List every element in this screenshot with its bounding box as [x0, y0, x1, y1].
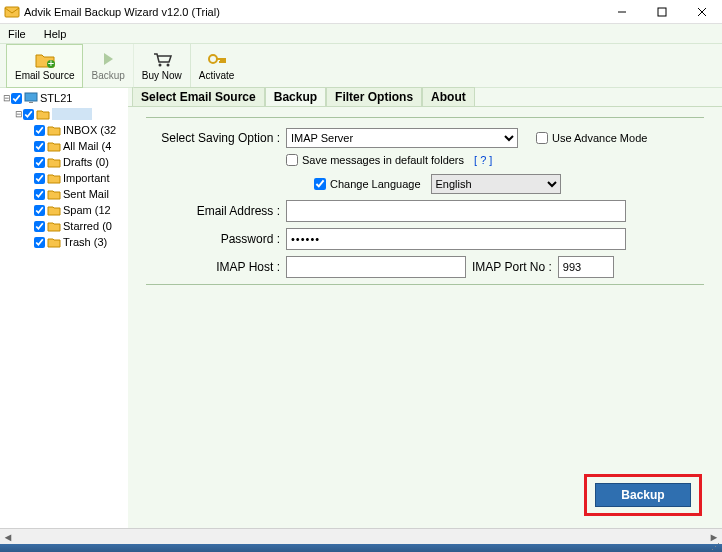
tree-folder-label: Spam (12 [63, 204, 111, 216]
tree-folder-label: Drafts (0) [63, 156, 109, 168]
svg-point-8 [158, 64, 161, 67]
toolbar-buy-now[interactable]: Buy Now [134, 44, 191, 88]
tab-select-source[interactable]: Select Email Source [132, 87, 265, 106]
folder-icon [47, 236, 61, 248]
cart-icon [151, 50, 173, 70]
tab-filter[interactable]: Filter Options [326, 87, 422, 106]
menu-help[interactable]: Help [44, 28, 67, 40]
svg-marker-7 [104, 53, 113, 65]
toolbar: + Email Source Backup Buy Now Activate [0, 44, 722, 88]
tree-root-label: STL21 [40, 92, 72, 104]
svg-point-10 [209, 55, 217, 63]
advance-mode-check[interactable]: Use Advance Mode [536, 132, 647, 144]
collapse-icon[interactable]: ⊟ [14, 110, 23, 119]
titlebar: Advik Email Backup Wizard v12.0 (Trial) [0, 0, 722, 24]
save-default-check[interactable]: Save messages in default folders [286, 154, 464, 166]
menu-file[interactable]: File [8, 28, 26, 40]
folder-icon [47, 140, 61, 152]
horizontal-scrollbar[interactable]: ◄ ► [0, 528, 722, 544]
backup-form: Select Saving Option : IMAP Server Use A… [128, 107, 722, 528]
tree-root[interactable]: ⊟ STL21 [2, 90, 128, 106]
email-input[interactable] [286, 200, 626, 222]
folder-icon [36, 108, 50, 120]
tree-folder-check[interactable] [34, 173, 45, 184]
menubar: File Help [0, 24, 722, 44]
toolbar-email-source-label: Email Source [15, 70, 74, 81]
backup-button[interactable]: Backup [595, 483, 691, 507]
toolbar-backup-label: Backup [91, 70, 124, 81]
tree-folder-label: Starred (0 [63, 220, 112, 232]
resize-grip[interactable]: ⋰ [711, 542, 720, 552]
tree-folder[interactable]: All Mail (4 [2, 138, 128, 154]
svg-point-9 [166, 64, 169, 67]
imap-port-label: IMAP Port No : [466, 260, 558, 274]
tree-folder-check[interactable] [34, 125, 45, 136]
main-panel: Select Email Source Backup Filter Option… [128, 88, 722, 528]
toolbar-email-source[interactable]: + Email Source [6, 44, 83, 88]
saving-option-label: Select Saving Option : [146, 131, 286, 145]
maximize-button[interactable] [642, 0, 682, 24]
folder-icon [47, 156, 61, 168]
backup-highlight: Backup [584, 474, 702, 516]
minimize-button[interactable] [602, 0, 642, 24]
imap-port-input[interactable] [558, 256, 614, 278]
saving-option-select[interactable]: IMAP Server [286, 128, 518, 148]
toolbar-backup[interactable]: Backup [83, 44, 133, 88]
tree-folder[interactable]: Drafts (0) [2, 154, 128, 170]
tree-folder-label: Sent Mail [63, 188, 109, 200]
tree-folder-check[interactable] [34, 237, 45, 248]
app-icon [4, 4, 20, 20]
scroll-right-icon[interactable]: ► [706, 531, 722, 543]
tree-folder-check[interactable] [34, 189, 45, 200]
key-icon [206, 50, 228, 70]
tree-account-check[interactable] [23, 109, 34, 120]
folder-tree[interactable]: ⊟ STL21 ⊟ INBOX (32All Mail (4Drafts (0)… [0, 88, 128, 528]
language-select[interactable]: English [431, 174, 561, 194]
help-link[interactable]: [ ? ] [474, 154, 492, 166]
tree-folder[interactable]: Important [2, 170, 128, 186]
svg-rect-2 [658, 8, 666, 16]
status-bar [0, 544, 722, 552]
tree-folder-check[interactable] [34, 205, 45, 216]
tree-folder[interactable]: Starred (0 [2, 218, 128, 234]
toolbar-buy-now-label: Buy Now [142, 70, 182, 81]
tree-folder-check[interactable] [34, 221, 45, 232]
tab-backup[interactable]: Backup [265, 87, 326, 106]
tree-account[interactable]: ⊟ [2, 106, 128, 122]
tree-folder[interactable]: Spam (12 [2, 202, 128, 218]
tab-about[interactable]: About [422, 87, 475, 106]
tree-folder[interactable]: Trash (3) [2, 234, 128, 250]
toolbar-activate-label: Activate [199, 70, 235, 81]
folder-icon [47, 172, 61, 184]
play-icon [99, 50, 117, 70]
tree-root-check[interactable] [11, 93, 22, 104]
tree-folder-label: INBOX (32 [63, 124, 116, 136]
tree-folder-check[interactable] [34, 157, 45, 168]
imap-host-label: IMAP Host : [146, 260, 286, 274]
svg-rect-0 [5, 7, 19, 17]
scroll-left-icon[interactable]: ◄ [0, 531, 16, 543]
tree-folder[interactable]: INBOX (32 [2, 122, 128, 138]
svg-text:+: + [48, 57, 54, 68]
folder-icon [47, 220, 61, 232]
folder-add-icon: + [34, 50, 56, 70]
tree-folder-label: Trash (3) [63, 236, 107, 248]
close-button[interactable] [682, 0, 722, 24]
folder-icon [47, 188, 61, 200]
tree-folder-label: Important [63, 172, 109, 184]
collapse-icon[interactable]: ⊟ [2, 94, 11, 103]
password-label: Password : [146, 232, 286, 246]
tree-folder-check[interactable] [34, 141, 45, 152]
tree-folder-label: All Mail (4 [63, 140, 111, 152]
computer-icon [24, 92, 38, 104]
folder-icon [47, 124, 61, 136]
window-title: Advik Email Backup Wizard v12.0 (Trial) [24, 6, 602, 18]
toolbar-activate[interactable]: Activate [191, 44, 243, 88]
imap-host-input[interactable] [286, 256, 466, 278]
change-language-check[interactable]: Change Language [314, 178, 421, 190]
password-input[interactable]: •••••• [286, 228, 626, 250]
tree-folder[interactable]: Sent Mail [2, 186, 128, 202]
svg-rect-11 [25, 93, 37, 101]
tree-account-label [52, 108, 92, 120]
email-label: Email Address : [146, 204, 286, 218]
